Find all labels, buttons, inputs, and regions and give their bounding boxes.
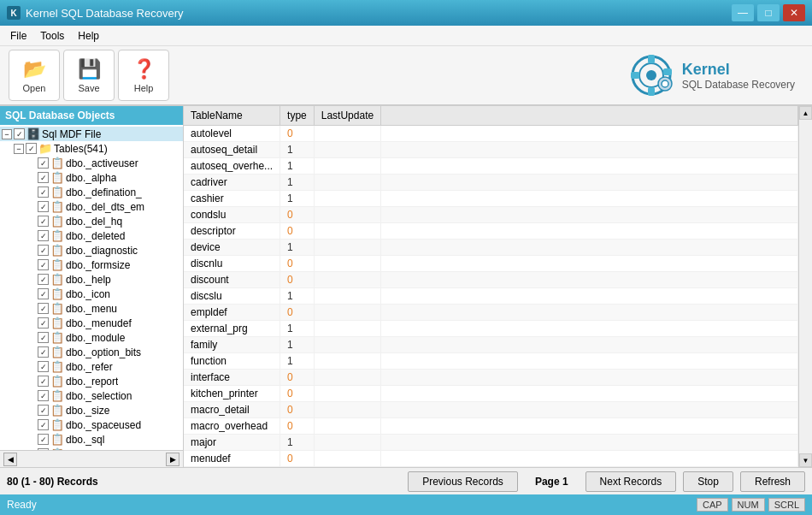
tree-checkbox[interactable] [14,128,25,139]
scroll-down[interactable]: ▼ [799,453,812,467]
tree-checkbox[interactable] [38,419,49,430]
menu-file[interactable]: File [3,28,33,44]
tree-item[interactable]: 📋dbo._option_bits [0,345,183,359]
tree-checkbox[interactable] [38,230,49,241]
expand-icon[interactable]: − [14,144,24,154]
tree-checkbox[interactable] [38,390,49,401]
table-row[interactable]: family 1 [184,337,798,353]
col-type[interactable]: type [280,106,315,126]
tree-checkbox[interactable] [38,434,49,445]
tree-container[interactable]: −🗄️Sql MDF File−📁Tables(541)📋dbo._active… [0,125,183,450]
table-row[interactable]: external_prg 1 [184,321,798,337]
table-row[interactable]: cashier 1 [184,191,798,207]
tree-item[interactable]: 📋dbo._diagnostic [0,243,183,258]
tree-item[interactable]: −🗄️Sql MDF File [0,127,183,141]
tree-item[interactable]: 📋dbo._icon [0,287,183,301]
cell-type: 0 [280,207,315,223]
table-scroll[interactable]: TableName type LastUpdate autolevel 0 au… [184,106,798,467]
table-row[interactable]: function 1 [184,353,798,370]
tree-checkbox[interactable] [38,303,49,314]
table-row[interactable]: interface 0 [184,370,798,386]
tree-item[interactable]: 📋dbo._formsize [0,258,183,272]
cell-extra [381,240,798,256]
table-row[interactable]: macro_detail 0 [184,402,798,418]
table-icon: 📋 [50,302,64,315]
table-row[interactable]: discount 0 [184,272,798,288]
tree-item[interactable]: 📋dbo._report [0,374,183,388]
tree-left-arrow[interactable]: ◀ [3,453,17,466]
tree-item[interactable]: 📋dbo._refer [0,359,183,374]
close-button[interactable]: ✕ [783,4,805,21]
tree-item[interactable]: 📋dbo._deleted [0,228,183,243]
tree-checkbox[interactable] [38,346,49,358]
tree-item[interactable]: 📋dbo._selection [0,388,183,403]
tree-checkbox[interactable] [38,259,49,270]
table-row[interactable]: cadriver 1 [184,175,798,191]
tree-item[interactable]: 📋dbo._defination_ [0,185,183,199]
tree-item[interactable]: −📁Tables(541) [0,141,183,156]
tree-checkbox[interactable] [38,216,49,227]
scroll-track[interactable] [799,120,812,453]
table-row[interactable]: descriptor 0 [184,223,798,240]
tree-item[interactable]: 📋dbo._alpha [0,170,183,185]
table-row[interactable]: macro_overhead 0 [184,418,798,435]
tree-item[interactable]: 📋dbo._activeuser [0,156,183,170]
tree-checkbox[interactable] [38,274,49,285]
tree-item[interactable]: 📋dbo._del_dts_em [0,199,183,214]
tree-checkbox[interactable] [38,157,49,169]
table-row[interactable]: discslu 1 [184,288,798,305]
col-lastupdate[interactable]: LastUpdate [314,106,380,126]
tree-item[interactable]: 📋dbo._menu [0,301,183,316]
table-row[interactable]: major 1 [184,435,798,451]
tree-checkbox[interactable] [38,172,49,183]
tree-right-arrow[interactable]: ▶ [166,453,179,466]
next-records-button[interactable]: Next Records [585,471,677,492]
stop-button[interactable]: Stop [683,471,733,492]
tree-label: dbo._formsize [66,259,130,271]
tree-checkbox[interactable] [38,186,49,198]
tree-item[interactable]: 📋dbo._help [0,272,183,287]
col-tablename[interactable]: TableName [184,106,280,126]
maximize-button[interactable]: □ [757,4,780,21]
tree-item[interactable]: 📋dbo._sql [0,432,183,447]
table-row[interactable]: condslu 0 [184,207,798,223]
tree-item[interactable]: 📋dbo._size [0,403,183,417]
open-button[interactable]: 📂 Open [9,50,60,101]
menu-tools[interactable]: Tools [33,28,71,44]
tree-checkbox[interactable] [38,288,49,299]
table-row[interactable]: device 1 [184,240,798,256]
tree-checkbox[interactable] [38,201,49,212]
tree-checkbox[interactable] [26,143,37,154]
save-button[interactable]: 💾 Save [63,50,115,101]
minimize-button[interactable]: — [732,4,754,21]
cell-lastupdate [314,435,380,451]
tree-item[interactable]: 📋dbo._del_hq [0,214,183,228]
tree-checkbox[interactable] [38,361,49,372]
table-row[interactable]: autoseq_detail 1 [184,142,798,158]
help-button[interactable]: ❓ Help [118,50,169,101]
refresh-button[interactable]: Refresh [740,471,805,492]
scroll-up[interactable]: ▲ [799,106,812,120]
cell-type: 0 [280,402,315,418]
tree-checkbox[interactable] [38,376,49,387]
menu-help[interactable]: Help [71,28,106,44]
tree-checkbox[interactable] [38,245,49,256]
table-row[interactable]: empldef 0 [184,305,798,321]
tree-item[interactable]: 📋dbo._module [0,330,183,345]
prev-records-button[interactable]: Previous Records [408,471,518,492]
tree-item[interactable]: 📋dbo._spaceused [0,417,183,432]
tree-checkbox[interactable] [38,405,49,416]
tree-item[interactable]: 📋dbo._menudef [0,316,183,330]
table-row[interactable]: menudef 0 [184,451,798,467]
tree-checkbox[interactable] [38,332,49,343]
cell-extra [381,207,798,223]
table-row[interactable]: autolevel 0 [184,126,798,142]
right-scrollbar[interactable]: ▲ ▼ [798,106,812,467]
expand-icon[interactable]: − [2,129,12,139]
tree-label: dbo._selection [66,390,132,402]
table-row[interactable]: kitchen_printer 0 [184,386,798,402]
tree-checkbox[interactable] [38,317,49,329]
svg-point-2 [646,70,656,80]
table-row[interactable]: autoseq_overhe... 1 [184,158,798,175]
table-row[interactable]: discnlu 0 [184,256,798,272]
